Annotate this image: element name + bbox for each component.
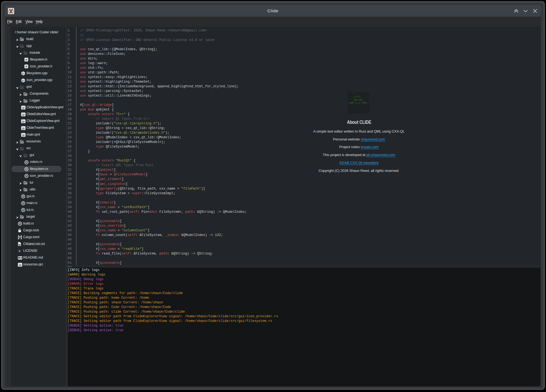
svg-text:H: H (25, 65, 27, 68)
svg-text:H: H (25, 58, 27, 61)
svg-text:R: R (26, 161, 28, 164)
svg-text:R: R (26, 175, 28, 177)
svg-text:Qt: Qt (19, 264, 21, 266)
svg-text:R: R (22, 202, 24, 205)
svg-text:Qt: Qt (22, 127, 25, 130)
svg-text:++: ++ (23, 79, 25, 81)
svg-text:++: ++ (23, 73, 25, 74)
svg-text:R: R (22, 209, 24, 211)
svg-text:R: R (19, 223, 21, 225)
svg-text:Qt: Qt (22, 113, 25, 116)
svg-text:✳: ✳ (18, 249, 21, 253)
svg-text:Qt: Qt (22, 107, 25, 109)
svg-text:Qt: Qt (22, 134, 25, 136)
svg-text:Qt: Qt (22, 120, 25, 123)
svg-text:R: R (26, 168, 28, 170)
svg-text:R: R (22, 195, 24, 198)
